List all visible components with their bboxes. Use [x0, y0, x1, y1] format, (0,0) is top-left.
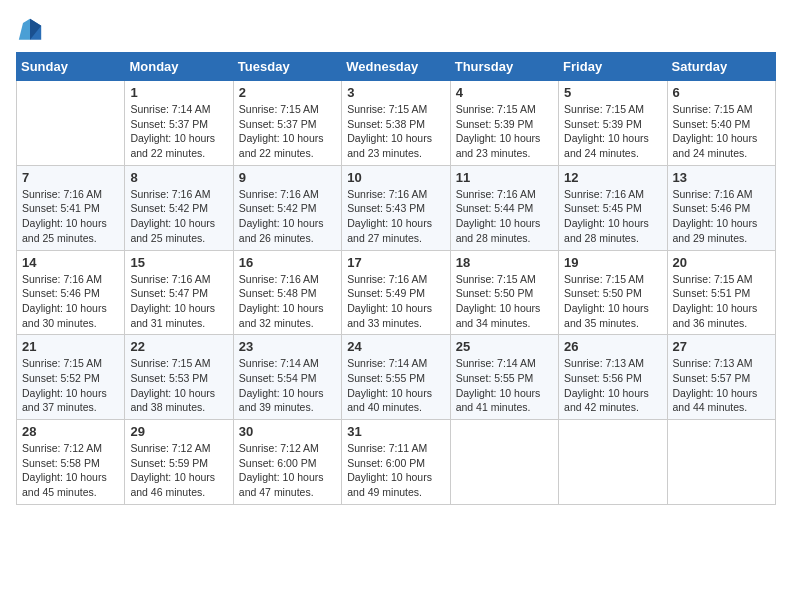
- calendar-cell: 27Sunrise: 7:13 AM Sunset: 5:57 PM Dayli…: [667, 335, 775, 420]
- day-number: 25: [456, 339, 553, 354]
- day-info: Sunrise: 7:16 AM Sunset: 5:41 PM Dayligh…: [22, 187, 119, 246]
- day-info: Sunrise: 7:12 AM Sunset: 5:59 PM Dayligh…: [130, 441, 227, 500]
- calendar-cell: 6Sunrise: 7:15 AM Sunset: 5:40 PM Daylig…: [667, 81, 775, 166]
- calendar-cell: 28Sunrise: 7:12 AM Sunset: 5:58 PM Dayli…: [17, 420, 125, 505]
- calendar-week-row: 21Sunrise: 7:15 AM Sunset: 5:52 PM Dayli…: [17, 335, 776, 420]
- day-number: 16: [239, 255, 336, 270]
- day-info: Sunrise: 7:12 AM Sunset: 5:58 PM Dayligh…: [22, 441, 119, 500]
- day-number: 24: [347, 339, 444, 354]
- svg-marker-2: [19, 19, 30, 40]
- calendar-cell: 12Sunrise: 7:16 AM Sunset: 5:45 PM Dayli…: [559, 165, 667, 250]
- calendar-cell: 3Sunrise: 7:15 AM Sunset: 5:38 PM Daylig…: [342, 81, 450, 166]
- calendar-cell: 16Sunrise: 7:16 AM Sunset: 5:48 PM Dayli…: [233, 250, 341, 335]
- day-number: 3: [347, 85, 444, 100]
- calendar-week-row: 1Sunrise: 7:14 AM Sunset: 5:37 PM Daylig…: [17, 81, 776, 166]
- day-number: 9: [239, 170, 336, 185]
- day-info: Sunrise: 7:15 AM Sunset: 5:51 PM Dayligh…: [673, 272, 770, 331]
- calendar-cell: 15Sunrise: 7:16 AM Sunset: 5:47 PM Dayli…: [125, 250, 233, 335]
- day-info: Sunrise: 7:16 AM Sunset: 5:42 PM Dayligh…: [239, 187, 336, 246]
- calendar-cell: [559, 420, 667, 505]
- calendar-cell: 9Sunrise: 7:16 AM Sunset: 5:42 PM Daylig…: [233, 165, 341, 250]
- day-number: 26: [564, 339, 661, 354]
- day-number: 21: [22, 339, 119, 354]
- day-info: Sunrise: 7:16 AM Sunset: 5:42 PM Dayligh…: [130, 187, 227, 246]
- day-info: Sunrise: 7:14 AM Sunset: 5:54 PM Dayligh…: [239, 356, 336, 415]
- calendar-cell: 11Sunrise: 7:16 AM Sunset: 5:44 PM Dayli…: [450, 165, 558, 250]
- day-number: 31: [347, 424, 444, 439]
- day-info: Sunrise: 7:15 AM Sunset: 5:50 PM Dayligh…: [456, 272, 553, 331]
- calendar-cell: [17, 81, 125, 166]
- calendar-header-row: SundayMondayTuesdayWednesdayThursdayFrid…: [17, 53, 776, 81]
- day-number: 22: [130, 339, 227, 354]
- day-info: Sunrise: 7:15 AM Sunset: 5:39 PM Dayligh…: [564, 102, 661, 161]
- weekday-header: Friday: [559, 53, 667, 81]
- day-number: 27: [673, 339, 770, 354]
- calendar-cell: 18Sunrise: 7:15 AM Sunset: 5:50 PM Dayli…: [450, 250, 558, 335]
- day-number: 30: [239, 424, 336, 439]
- weekday-header: Wednesday: [342, 53, 450, 81]
- day-number: 23: [239, 339, 336, 354]
- page-header: [16, 16, 776, 44]
- calendar-cell: [450, 420, 558, 505]
- day-number: 2: [239, 85, 336, 100]
- day-info: Sunrise: 7:16 AM Sunset: 5:44 PM Dayligh…: [456, 187, 553, 246]
- logo: [16, 16, 48, 44]
- logo-icon: [16, 16, 44, 44]
- day-info: Sunrise: 7:15 AM Sunset: 5:40 PM Dayligh…: [673, 102, 770, 161]
- day-number: 6: [673, 85, 770, 100]
- calendar-week-row: 14Sunrise: 7:16 AM Sunset: 5:46 PM Dayli…: [17, 250, 776, 335]
- weekday-header: Monday: [125, 53, 233, 81]
- day-number: 7: [22, 170, 119, 185]
- calendar-cell: 25Sunrise: 7:14 AM Sunset: 5:55 PM Dayli…: [450, 335, 558, 420]
- day-info: Sunrise: 7:15 AM Sunset: 5:38 PM Dayligh…: [347, 102, 444, 161]
- calendar-cell: 24Sunrise: 7:14 AM Sunset: 5:55 PM Dayli…: [342, 335, 450, 420]
- calendar-week-row: 7Sunrise: 7:16 AM Sunset: 5:41 PM Daylig…: [17, 165, 776, 250]
- calendar-cell: 22Sunrise: 7:15 AM Sunset: 5:53 PM Dayli…: [125, 335, 233, 420]
- day-number: 8: [130, 170, 227, 185]
- calendar-cell: 31Sunrise: 7:11 AM Sunset: 6:00 PM Dayli…: [342, 420, 450, 505]
- calendar-cell: 13Sunrise: 7:16 AM Sunset: 5:46 PM Dayli…: [667, 165, 775, 250]
- day-info: Sunrise: 7:15 AM Sunset: 5:50 PM Dayligh…: [564, 272, 661, 331]
- day-info: Sunrise: 7:15 AM Sunset: 5:52 PM Dayligh…: [22, 356, 119, 415]
- day-info: Sunrise: 7:14 AM Sunset: 5:37 PM Dayligh…: [130, 102, 227, 161]
- day-info: Sunrise: 7:16 AM Sunset: 5:49 PM Dayligh…: [347, 272, 444, 331]
- day-number: 4: [456, 85, 553, 100]
- calendar-cell: 17Sunrise: 7:16 AM Sunset: 5:49 PM Dayli…: [342, 250, 450, 335]
- day-info: Sunrise: 7:16 AM Sunset: 5:45 PM Dayligh…: [564, 187, 661, 246]
- day-info: Sunrise: 7:15 AM Sunset: 5:53 PM Dayligh…: [130, 356, 227, 415]
- weekday-header: Saturday: [667, 53, 775, 81]
- day-number: 13: [673, 170, 770, 185]
- calendar-cell: 2Sunrise: 7:15 AM Sunset: 5:37 PM Daylig…: [233, 81, 341, 166]
- weekday-header: Tuesday: [233, 53, 341, 81]
- calendar-cell: 30Sunrise: 7:12 AM Sunset: 6:00 PM Dayli…: [233, 420, 341, 505]
- calendar-cell: 7Sunrise: 7:16 AM Sunset: 5:41 PM Daylig…: [17, 165, 125, 250]
- day-info: Sunrise: 7:16 AM Sunset: 5:46 PM Dayligh…: [673, 187, 770, 246]
- calendar-cell: 23Sunrise: 7:14 AM Sunset: 5:54 PM Dayli…: [233, 335, 341, 420]
- calendar-week-row: 28Sunrise: 7:12 AM Sunset: 5:58 PM Dayli…: [17, 420, 776, 505]
- day-info: Sunrise: 7:14 AM Sunset: 5:55 PM Dayligh…: [456, 356, 553, 415]
- weekday-header: Thursday: [450, 53, 558, 81]
- day-number: 19: [564, 255, 661, 270]
- day-number: 1: [130, 85, 227, 100]
- calendar-cell: 26Sunrise: 7:13 AM Sunset: 5:56 PM Dayli…: [559, 335, 667, 420]
- calendar-cell: 29Sunrise: 7:12 AM Sunset: 5:59 PM Dayli…: [125, 420, 233, 505]
- day-info: Sunrise: 7:11 AM Sunset: 6:00 PM Dayligh…: [347, 441, 444, 500]
- day-number: 10: [347, 170, 444, 185]
- weekday-header: Sunday: [17, 53, 125, 81]
- calendar-cell: 4Sunrise: 7:15 AM Sunset: 5:39 PM Daylig…: [450, 81, 558, 166]
- calendar-cell: 1Sunrise: 7:14 AM Sunset: 5:37 PM Daylig…: [125, 81, 233, 166]
- calendar-cell: [667, 420, 775, 505]
- calendar-cell: 14Sunrise: 7:16 AM Sunset: 5:46 PM Dayli…: [17, 250, 125, 335]
- day-number: 5: [564, 85, 661, 100]
- day-number: 29: [130, 424, 227, 439]
- day-info: Sunrise: 7:16 AM Sunset: 5:48 PM Dayligh…: [239, 272, 336, 331]
- day-info: Sunrise: 7:12 AM Sunset: 6:00 PM Dayligh…: [239, 441, 336, 500]
- day-info: Sunrise: 7:13 AM Sunset: 5:57 PM Dayligh…: [673, 356, 770, 415]
- calendar-cell: 19Sunrise: 7:15 AM Sunset: 5:50 PM Dayli…: [559, 250, 667, 335]
- day-info: Sunrise: 7:16 AM Sunset: 5:43 PM Dayligh…: [347, 187, 444, 246]
- day-number: 11: [456, 170, 553, 185]
- day-number: 17: [347, 255, 444, 270]
- calendar-cell: 10Sunrise: 7:16 AM Sunset: 5:43 PM Dayli…: [342, 165, 450, 250]
- day-info: Sunrise: 7:15 AM Sunset: 5:39 PM Dayligh…: [456, 102, 553, 161]
- day-info: Sunrise: 7:14 AM Sunset: 5:55 PM Dayligh…: [347, 356, 444, 415]
